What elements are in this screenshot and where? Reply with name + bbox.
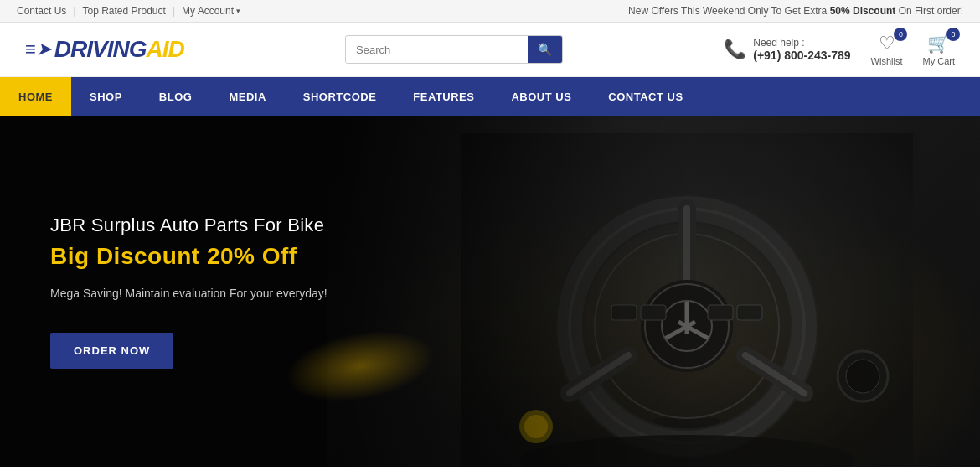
logo-aid: AID xyxy=(147,36,184,62)
search-input[interactable] xyxy=(346,37,528,63)
cart-badge: 0 xyxy=(946,28,960,41)
navbar: HOME SHOP BLOG MEDIA SHORTCODE FEATURES … xyxy=(0,77,980,116)
promo-text-end: On First order! xyxy=(895,5,963,17)
nav-item-blog[interactable]: BLOG xyxy=(141,77,211,116)
search-bar: 🔍 xyxy=(345,35,563,64)
nav-item-about-us[interactable]: ABOUT US xyxy=(493,77,590,116)
nav-item-shop[interactable]: SHOP xyxy=(71,77,141,116)
top-bar-left: Contact Us | Top Rated Product | My Acco… xyxy=(17,5,240,17)
nav-item-shortcode[interactable]: SHORTCODE xyxy=(285,77,395,116)
logo[interactable]: ≡➤ DRIVINGAID xyxy=(25,36,184,63)
hero-subtitle: JBR Surplus Auto Parts For Bike xyxy=(50,215,328,236)
nav-item-media[interactable]: MEDIA xyxy=(210,77,284,116)
hero-content: JBR Surplus Auto Parts For Bike Big Disc… xyxy=(0,215,328,369)
help-section: 📞 Need help : (+91) 800-243-789 xyxy=(724,37,850,62)
heart-icon: ♡ xyxy=(879,33,895,54)
divider-1: | xyxy=(73,5,75,17)
search-icon: 🔍 xyxy=(538,43,552,56)
nav-item-contact-us[interactable]: CONTACT US xyxy=(590,77,701,116)
hero-section: JBR Surplus Auto Parts For Bike Big Disc… xyxy=(0,116,980,467)
header-right: 📞 Need help : (+91) 800-243-789 ♡ 0 Wish… xyxy=(724,33,955,66)
my-account-menu[interactable]: My Account ▾ xyxy=(182,5,240,17)
top-bar-promo: New Offers This Weekend Only To Get Extr… xyxy=(628,5,963,17)
phone-icon: 📞 xyxy=(724,39,746,60)
search-button[interactable]: 🔍 xyxy=(528,36,562,63)
top-bar: Contact Us | Top Rated Product | My Acco… xyxy=(0,0,980,23)
header: ≡➤ DRIVINGAID 🔍 📞 Need help : (+91) 800-… xyxy=(0,23,980,77)
logo-arrow-icon: ≡➤ xyxy=(25,39,51,60)
promo-discount: 50% Discount xyxy=(830,5,896,17)
wishlist-section[interactable]: ♡ 0 Wishlist xyxy=(871,33,903,66)
phone-number: (+91) 800-243-789 xyxy=(753,49,850,62)
cart-label: My Cart xyxy=(922,56,955,66)
hero-title: Big Discount 20% Off xyxy=(50,243,328,270)
cart-section[interactable]: 🛒 0 My Cart xyxy=(922,33,955,66)
top-rated-link[interactable]: Top Rated Product xyxy=(82,5,165,17)
wishlist-badge: 0 xyxy=(894,28,907,41)
wishlist-label: Wishlist xyxy=(871,56,903,66)
divider-2: | xyxy=(173,5,175,17)
hero-cta-button[interactable]: ORDER NOW xyxy=(50,333,173,369)
help-label: Need help : xyxy=(753,37,850,49)
top-contact-link[interactable]: Contact Us xyxy=(17,5,66,17)
hero-description: Mega Saving! Maintain evaluation For you… xyxy=(50,285,328,303)
promo-text-start: New Offers This Weekend Only To Get Extr… xyxy=(628,5,830,17)
my-account-link[interactable]: My Account xyxy=(182,5,234,17)
logo-driving: DRIVING xyxy=(54,36,147,62)
logo-text: DRIVINGAID xyxy=(54,36,184,63)
nav-item-features[interactable]: FEATURES xyxy=(395,77,493,116)
help-info: Need help : (+91) 800-243-789 xyxy=(753,37,850,62)
account-dropdown-arrow: ▾ xyxy=(236,7,240,15)
nav-item-home[interactable]: HOME xyxy=(0,77,71,116)
